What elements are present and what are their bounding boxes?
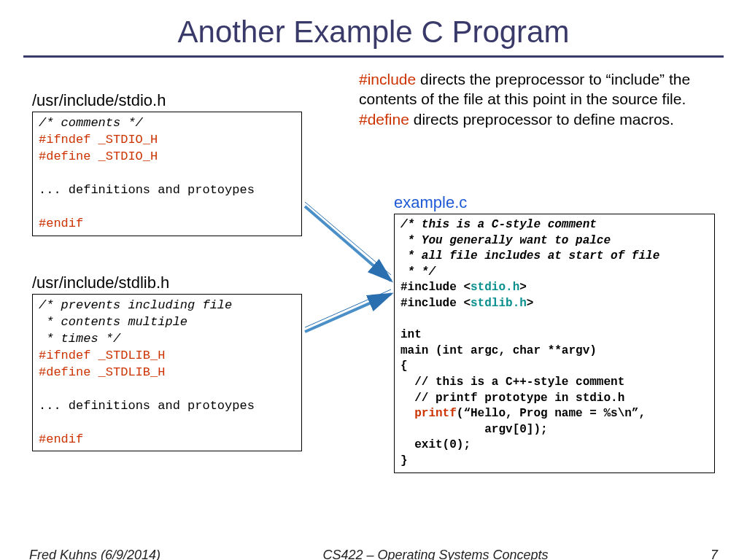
footer-course: CS422 – Operating Systems Concepts <box>322 548 548 560</box>
example-code-box: /* this is a C-style comment * You gener… <box>394 214 715 473</box>
arrows-svg <box>299 201 401 339</box>
stdlib-file-label: /usr/include/stdlib.h <box>32 273 169 292</box>
stdio-code-box: /* comments */ #ifndef _STDIO_H #define … <box>32 112 302 236</box>
description-text: #include directs the preprocessor to “in… <box>359 69 724 129</box>
slide-title: Another Example C Program <box>0 15 747 50</box>
stdio-file-label: /usr/include/stdio.h <box>32 91 166 110</box>
footer-bar: Fred Kuhns (6/9/2014) CS422 – Operating … <box>29 548 718 560</box>
svg-line-0 <box>305 206 391 281</box>
example-file-label: example.c <box>394 193 467 212</box>
svg-line-2 <box>305 294 391 332</box>
content-area: /usr/include/stdio.h /* comments */ #ifn… <box>0 69 747 514</box>
footer-author: Fred Kuhns (6/9/2014) <box>29 548 160 560</box>
svg-line-1 <box>305 202 391 275</box>
title-rule <box>23 55 724 58</box>
svg-line-3 <box>305 289 391 327</box>
stdlib-code-box: /* prevents including file * contents mu… <box>32 294 302 451</box>
footer-page-number: 7 <box>711 548 718 560</box>
